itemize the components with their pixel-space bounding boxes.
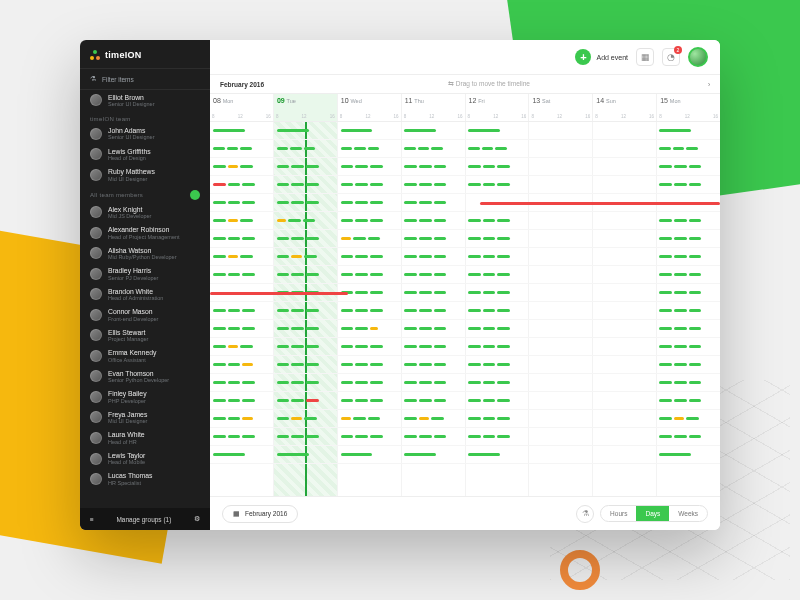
sidebar-user[interactable]: Ellis StewartProject Manager (80, 325, 210, 346)
timeline-cell[interactable] (656, 212, 720, 229)
event-segment[interactable] (434, 363, 447, 366)
event-segment[interactable] (291, 201, 304, 204)
timeline-cell[interactable] (529, 266, 593, 283)
sidebar-user[interactable]: Lewis GriffithsHead of Design (80, 144, 210, 165)
event-segment[interactable] (659, 129, 691, 132)
event-segment[interactable] (228, 201, 241, 204)
event-segment[interactable] (228, 399, 241, 402)
event-segment[interactable] (304, 417, 317, 420)
timeline-cell[interactable] (338, 428, 402, 445)
timeline-cell[interactable] (465, 230, 529, 247)
timeline-cell[interactable] (401, 212, 465, 229)
timeline-cell[interactable] (593, 230, 657, 247)
sidebar-user[interactable]: Emma KennedyOffice Assistant (80, 346, 210, 367)
event-segment[interactable] (689, 255, 702, 258)
event-segment[interactable] (370, 327, 378, 330)
event-segment[interactable] (674, 309, 687, 312)
event-segment[interactable] (355, 219, 368, 222)
event-segment[interactable] (674, 381, 687, 384)
event-segment[interactable] (431, 147, 443, 150)
event-segment[interactable] (341, 345, 354, 348)
calendar-icon-button[interactable]: ▦ (636, 48, 654, 66)
timeline-cell[interactable] (593, 338, 657, 355)
sidebar-user[interactable]: Connor MasonFront-end Developer (80, 305, 210, 326)
add-event-button[interactable]: + Add event (575, 49, 628, 65)
timeline-cell[interactable] (274, 194, 338, 211)
timeline-cell[interactable] (210, 428, 274, 445)
timeline-cell[interactable] (465, 410, 529, 427)
timeline-cell[interactable] (210, 392, 274, 409)
timeline-cell[interactable] (338, 212, 402, 229)
event-segment[interactable] (355, 363, 368, 366)
event-segment[interactable] (306, 237, 319, 240)
event-segment[interactable] (368, 147, 380, 150)
timeline-cell[interactable] (593, 176, 657, 193)
event-segment[interactable] (497, 165, 510, 168)
event-segment[interactable] (468, 183, 481, 186)
event-segment[interactable] (228, 435, 241, 438)
event-segment[interactable] (306, 381, 319, 384)
timeline-cell[interactable] (656, 392, 720, 409)
event-segment[interactable] (689, 219, 702, 222)
event-segment[interactable] (404, 363, 417, 366)
timeline-cell[interactable] (338, 410, 402, 427)
event-segment[interactable] (240, 219, 253, 222)
timeline-cell[interactable] (529, 356, 593, 373)
timeline-cell[interactable] (274, 392, 338, 409)
event-segment[interactable] (213, 381, 226, 384)
event-segment[interactable] (354, 147, 366, 150)
event-segment[interactable] (689, 273, 702, 276)
event-segment[interactable] (213, 219, 226, 222)
timeline-cell[interactable] (593, 302, 657, 319)
event-segment[interactable] (404, 453, 436, 456)
event-segment[interactable] (355, 345, 368, 348)
event-segment[interactable] (291, 309, 304, 312)
timeline-cell[interactable] (656, 266, 720, 283)
timeline-cell[interactable] (656, 410, 720, 427)
timeline-cell[interactable] (210, 122, 274, 139)
sidebar-user[interactable]: Alex KnightMid JS Developer (80, 202, 210, 223)
event-segment[interactable] (468, 435, 481, 438)
view-option-weeks[interactable]: Weeks (669, 506, 707, 521)
timeline-cell[interactable] (338, 302, 402, 319)
event-segment[interactable] (434, 345, 447, 348)
event-segment[interactable] (213, 345, 226, 348)
event-segment[interactable] (306, 399, 319, 402)
event-segment[interactable] (228, 327, 241, 330)
event-segment[interactable] (291, 363, 304, 366)
event-segment[interactable] (277, 363, 290, 366)
event-segment[interactable] (659, 255, 672, 258)
event-segment[interactable] (291, 381, 304, 384)
timeline-cell[interactable] (656, 320, 720, 337)
event-segment[interactable] (404, 291, 417, 294)
timeline-cell[interactable] (338, 356, 402, 373)
event-segment[interactable] (419, 273, 432, 276)
timeline-cell[interactable] (529, 158, 593, 175)
day-strip[interactable]: 08 Mon8121609 Tue8121610 Wed8121611 Thu8… (210, 94, 720, 122)
timeline-cell[interactable] (656, 356, 720, 373)
long-event-bar[interactable] (480, 202, 720, 205)
event-segment[interactable] (277, 147, 289, 150)
event-segment[interactable] (468, 147, 480, 150)
timeline-cell[interactable] (593, 356, 657, 373)
timeline-cell[interactable] (401, 428, 465, 445)
brand-logo[interactable]: timeION (80, 40, 210, 68)
timeline-cell[interactable] (210, 158, 274, 175)
event-segment[interactable] (689, 327, 702, 330)
sidebar-user[interactable]: Laura WhiteHead of HR (80, 428, 210, 449)
event-segment[interactable] (468, 417, 481, 420)
timeline-cell[interactable] (401, 266, 465, 283)
event-segment[interactable] (468, 237, 481, 240)
event-segment[interactable] (434, 381, 447, 384)
event-segment[interactable] (306, 201, 319, 204)
timeline-cell[interactable] (593, 374, 657, 391)
timeline-cell[interactable] (274, 320, 338, 337)
event-segment[interactable] (213, 147, 225, 150)
event-segment[interactable] (242, 183, 255, 186)
timeline-cell[interactable] (401, 356, 465, 373)
event-segment[interactable] (434, 183, 447, 186)
event-segment[interactable] (355, 273, 368, 276)
timeline-cell[interactable] (401, 374, 465, 391)
event-segment[interactable] (370, 435, 383, 438)
event-segment[interactable] (419, 201, 432, 204)
